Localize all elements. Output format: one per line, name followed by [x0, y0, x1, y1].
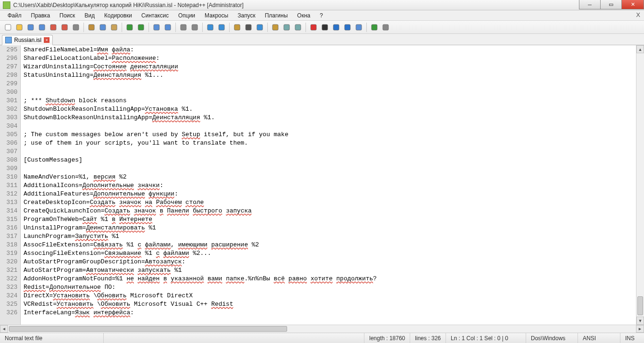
- close-button[interactable]: ✕: [621, 0, 644, 9]
- line-number: 316: [0, 224, 17, 232]
- find-icon[interactable]: [151, 22, 162, 33]
- menu-edit[interactable]: Правка: [27, 11, 54, 20]
- svg-rect-17: [219, 24, 224, 30]
- line-number: 301: [0, 97, 17, 105]
- show-all-chars-icon[interactable]: [243, 22, 254, 33]
- save-icon[interactable]: [25, 22, 36, 33]
- sync-h-icon[interactable]: [216, 22, 227, 33]
- code-line: SharedFileLocationLabel=Расположение:: [24, 54, 636, 63]
- macro-save-icon[interactable]: [354, 22, 364, 33]
- code-line: WizardUninstalling=Состояние деинсталляц…: [24, 63, 636, 71]
- doc-map-icon[interactable]: [281, 22, 292, 33]
- wordwrap-icon[interactable]: [232, 22, 242, 33]
- scroll-up-icon[interactable]: ▲: [636, 45, 644, 53]
- svg-rect-10: [127, 24, 132, 30]
- line-number: 312: [0, 190, 17, 198]
- mdi-close-icon[interactable]: X: [636, 11, 640, 18]
- editor: 2952962972982993003013023033043053063073…: [0, 45, 644, 325]
- code-line: ; *** Shutdown block reasons: [24, 97, 636, 105]
- svg-rect-21: [272, 24, 278, 30]
- code-line: DirectX=Установить \Обновить Microsoft D…: [24, 292, 636, 300]
- line-number: 307: [0, 147, 17, 156]
- spellcheck-lang-icon[interactable]: [380, 22, 391, 33]
- save-all-icon[interactable]: [37, 22, 47, 33]
- svg-rect-0: [5, 24, 11, 30]
- scroll-left-icon[interactable]: ◄: [0, 325, 8, 333]
- tab-close-icon[interactable]: ×: [44, 37, 50, 43]
- code-line: [24, 80, 636, 88]
- svg-rect-5: [62, 24, 67, 30]
- menu-macro[interactable]: Макросы: [201, 11, 232, 20]
- svg-rect-12: [154, 24, 159, 30]
- menu-encoding[interactable]: Кодировки: [100, 11, 136, 20]
- macro-play-icon[interactable]: [331, 22, 341, 33]
- replace-icon[interactable]: [163, 22, 173, 33]
- line-number: 299: [0, 80, 17, 88]
- code-line: [24, 122, 636, 131]
- toolbar-separator: [202, 23, 203, 32]
- indent-guide-icon[interactable]: [255, 22, 265, 33]
- svg-rect-9: [111, 24, 117, 30]
- scrollbar-thumb[interactable]: [637, 296, 643, 315]
- svg-rect-19: [246, 24, 251, 30]
- maximize-button[interactable]: ▭: [600, 0, 622, 9]
- zoom-in-icon[interactable]: [178, 22, 189, 33]
- menu-language[interactable]: Синтаксис: [138, 11, 173, 20]
- svg-rect-18: [234, 24, 240, 30]
- code-area[interactable]: SharedFileNameLabel=Имя файла:SharedFile…: [21, 45, 636, 325]
- zoom-out-icon[interactable]: [190, 22, 200, 33]
- function-list-icon[interactable]: [293, 22, 303, 33]
- code-line: AssocFileExtension=Св&язать %1 с файлами…: [24, 241, 636, 249]
- paste-icon[interactable]: [109, 22, 119, 33]
- file-icon: [5, 37, 12, 43]
- status-length: length : 18760: [364, 333, 410, 343]
- horizontal-scrollbar[interactable]: ◄ ►: [0, 325, 644, 333]
- menu-search[interactable]: Поиск: [56, 11, 79, 20]
- toolbar-separator: [175, 23, 176, 32]
- vertical-scrollbar[interactable]: ▲ ▼: [636, 45, 644, 325]
- folder-as-project-icon[interactable]: [270, 22, 281, 33]
- minimize-button[interactable]: ─: [579, 0, 601, 9]
- menu-file[interactable]: Файл: [4, 11, 25, 20]
- scroll-right-icon[interactable]: ►: [636, 325, 644, 333]
- window-controls: ─ ▭ ✕: [579, 0, 644, 10]
- copy-icon[interactable]: [98, 22, 108, 33]
- close-icon[interactable]: [48, 22, 58, 33]
- svg-rect-2: [28, 24, 33, 30]
- code-line: CreateDesktopIcon=Создать значок на Рабо…: [24, 198, 636, 207]
- menu-view[interactable]: Вид: [81, 11, 99, 20]
- code-line: AutoStartProgram=Автоматически запускать…: [24, 266, 636, 275]
- window-title: C:\Users\Xabib\Desktop\Калькулятор калор…: [13, 2, 579, 8]
- status-file-type: Normal text file: [0, 333, 104, 343]
- macro-record-icon[interactable]: [308, 22, 319, 33]
- menu-help[interactable]: ?: [316, 11, 327, 20]
- scroll-down-icon[interactable]: ▼: [636, 317, 644, 325]
- macro-stop-icon[interactable]: [320, 22, 330, 33]
- cut-icon[interactable]: [86, 22, 97, 33]
- undo-icon[interactable]: [124, 22, 135, 33]
- tab-label: Russian.isl: [14, 37, 41, 43]
- line-number: 326: [0, 309, 17, 317]
- tab-russian-isl[interactable]: Russian.isl ×: [2, 35, 53, 45]
- new-file-icon[interactable]: [3, 22, 13, 33]
- code-line: [24, 147, 636, 156]
- line-number: 309: [0, 164, 17, 173]
- macro-play-multi-icon[interactable]: [342, 22, 353, 33]
- menu-run[interactable]: Запуск: [234, 11, 259, 20]
- svg-rect-30: [383, 24, 388, 30]
- print-icon[interactable]: [71, 22, 81, 33]
- sync-v-icon[interactable]: [205, 22, 215, 33]
- code-line: ProgramOnTheWeb=Сайт %1 в Интернете: [24, 215, 636, 224]
- line-number: 320: [0, 258, 17, 266]
- close-all-icon[interactable]: [59, 22, 70, 33]
- open-file-icon[interactable]: [14, 22, 25, 33]
- line-number: 306: [0, 139, 17, 147]
- spellcheck-icon[interactable]: [369, 22, 380, 33]
- hscroll-thumb[interactable]: [9, 326, 287, 332]
- menu-window[interactable]: Окна: [293, 11, 314, 20]
- menu-settings[interactable]: Опции: [174, 11, 199, 20]
- hscroll-track[interactable]: [8, 325, 636, 333]
- code-line: Redist=Дополнительное ПО:: [24, 283, 636, 292]
- redo-icon[interactable]: [136, 22, 146, 33]
- menu-plugins[interactable]: Плагины: [261, 11, 292, 20]
